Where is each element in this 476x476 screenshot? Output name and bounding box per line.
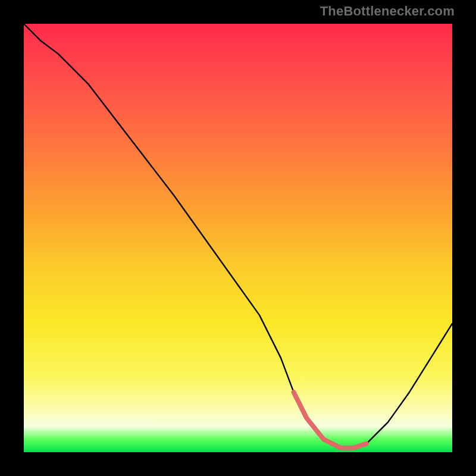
plot-svg	[24, 24, 452, 452]
highlight-path	[294, 392, 367, 448]
curve-path	[24, 24, 452, 448]
watermark-label: TheBottlenecker.com	[320, 4, 455, 19]
chart-frame: TheBottlenecker.com	[0, 0, 476, 476]
plot-area	[24, 24, 452, 452]
